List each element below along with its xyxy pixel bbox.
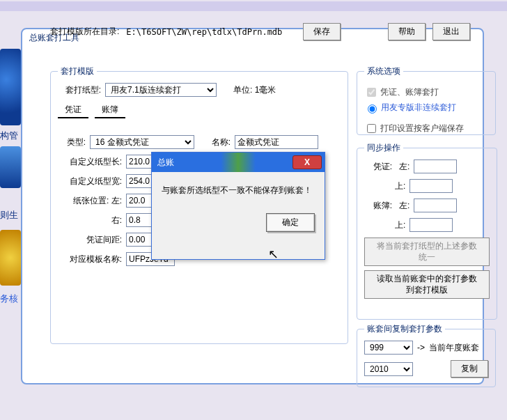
help-button[interactable]: 帮助 bbox=[388, 23, 426, 40]
left-art-1 bbox=[0, 49, 21, 125]
sync-book-top[interactable] bbox=[410, 218, 453, 232]
left-text-2: 则生 bbox=[0, 209, 21, 221]
sync-left-label-2: 左: bbox=[399, 200, 410, 212]
copy-dest-label: 当前年度账套 bbox=[429, 343, 479, 352]
bottom-row: 套打模版所在目录: E:\T6SOFT\ZW\rep\tdlx\TdPrn.md… bbox=[50, 23, 470, 40]
chk-voucher-book bbox=[367, 88, 376, 97]
modal-dialog: 总账 X 与账套所选纸型不一致不能保存到账套！ 确定 bbox=[151, 152, 325, 260]
arrow-icon: -> bbox=[417, 343, 425, 352]
custom-wid-label: 自定义纸型宽: bbox=[58, 176, 122, 187]
modal-ok-button[interactable]: 确定 bbox=[266, 213, 315, 232]
header-strip bbox=[0, 1, 507, 11]
path-value: E:\T6SOFT\ZW\rep\tdlx\TdPrn.mdb bbox=[126, 27, 282, 37]
modal-message: 与账套所选纸型不一致不能保存到账套！ bbox=[162, 185, 312, 195]
left-art-3 bbox=[0, 230, 21, 286]
btn-read-params[interactable]: 读取当前账套中的套打参数 到套打模版 bbox=[364, 270, 490, 299]
pos-left-label: 纸张位置: 左: bbox=[58, 195, 122, 207]
btn-unify[interactable]: 将当前套打纸型的上述参数 统一 bbox=[364, 238, 490, 266]
chk-voucher-book-label: 凭证、账簿套打 bbox=[380, 86, 439, 98]
type-label: 类型: bbox=[58, 137, 86, 148]
tmpl-name-label: 对应模板名称: bbox=[58, 254, 122, 265]
modal-title-text: 总账 bbox=[157, 157, 174, 169]
close-icon[interactable]: X bbox=[292, 155, 322, 169]
paper-type-label: 套打纸型: bbox=[58, 84, 101, 96]
type-select[interactable]: 16 金额式凭证 bbox=[90, 135, 194, 149]
sync-top-label-1: 上: bbox=[395, 180, 405, 192]
sync-book-left[interactable] bbox=[414, 199, 457, 212]
fieldset-sync: 同步操作 凭证: 左: 上: 账簿: 左: 上: 将当前套打纸型的上述参数 统一… bbox=[357, 142, 497, 320]
exit-button[interactable]: 退出 bbox=[432, 23, 470, 40]
path-label: 套打模版所在目录: bbox=[50, 26, 119, 38]
pos-right-label: 右: bbox=[58, 215, 122, 226]
legend-sysopt: 系统选项 bbox=[364, 65, 403, 77]
legend-sync: 同步操作 bbox=[364, 142, 403, 154]
custom-len-label: 自定义纸型长: bbox=[58, 156, 122, 168]
sync-voucher-label: 凭证: bbox=[364, 161, 392, 173]
sync-voucher-top[interactable] bbox=[410, 179, 453, 193]
radio-noncontinuous-label: 用友专版非连续套打 bbox=[381, 102, 456, 114]
unit-label: 单位: 1毫米 bbox=[233, 84, 276, 96]
fieldset-copy: 账套间复制套打参数 999 -> 当前年度账套 2010 复制 bbox=[357, 323, 496, 387]
copy-button[interactable]: 复制 bbox=[451, 360, 488, 378]
sync-left-label-1: 左: bbox=[399, 161, 410, 173]
sync-voucher-left[interactable] bbox=[414, 160, 457, 173]
modal-body: 与账套所选纸型不一致不能保存到账套！ bbox=[152, 172, 325, 209]
left-art-2 bbox=[0, 146, 21, 188]
name-input[interactable] bbox=[235, 135, 318, 149]
gap-label: 凭证间距: bbox=[58, 234, 122, 246]
window-content: 套打模版 套打纸型: 用友7.1版连续套打 单位: 1毫米 凭证 账簿 类型: … bbox=[22, 45, 483, 53]
paper-type-select[interactable]: 用友7.1版连续套打 bbox=[105, 83, 217, 97]
chk-client-save[interactable] bbox=[367, 124, 376, 133]
chk-client-save-label: 打印设置按客户端保存 bbox=[380, 123, 464, 134]
sync-top-label-2: 上: bbox=[395, 219, 405, 231]
left-text-3: 务核 bbox=[0, 293, 21, 305]
copy-src-select[interactable]: 999 bbox=[364, 341, 413, 355]
legend-template: 套打模版 bbox=[58, 65, 97, 77]
copy-year-select[interactable]: 2010 bbox=[364, 362, 413, 376]
save-button[interactable]: 保存 bbox=[303, 23, 341, 40]
legend-copy: 账套间复制套打参数 bbox=[364, 323, 445, 335]
fieldset-sysopt: 系统选项 凭证、账簿套打 用友专版非连续套打 打印设置按客户端保存 bbox=[357, 65, 496, 135]
modal-titlebar: 总账 X bbox=[152, 153, 325, 172]
left-text-1: 构管 bbox=[0, 130, 21, 142]
sync-book-label: 账簿: bbox=[364, 200, 392, 212]
tab-book[interactable]: 账簿 bbox=[95, 102, 125, 118]
name-label: 名称: bbox=[203, 137, 231, 148]
tab-voucher[interactable]: 凭证 bbox=[58, 102, 88, 118]
radio-noncontinuous[interactable] bbox=[368, 104, 377, 114]
